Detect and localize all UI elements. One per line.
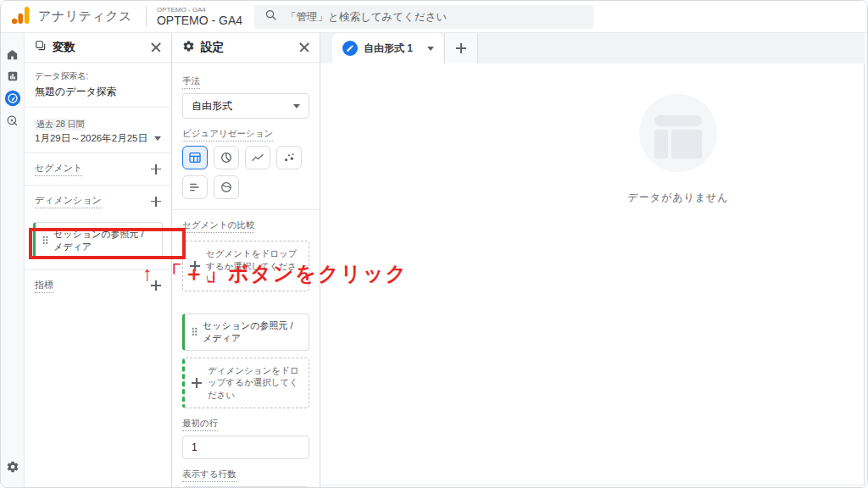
dimension-drop-zone[interactable]: ディメンションをドロップするか選択してください: [182, 358, 309, 408]
top-bar: アナリティクス OPTEMO - GA4 OPTEMO - GA4: [1, 1, 867, 33]
viz-scatter-button[interactable]: [276, 146, 302, 169]
canvas-tab-bar: 自由形式 1: [320, 33, 865, 64]
settings-close-icon[interactable]: [299, 42, 309, 53]
drag-handle-icon[interactable]: [192, 324, 198, 340]
drag-handle-icon[interactable]: [42, 233, 48, 248]
search-icon: [264, 8, 277, 25]
first-row-label: 最初の行: [182, 418, 218, 431]
date-range-section: 過去 28 日間 1月29日～2026年2月25日: [25, 108, 171, 153]
visualization-buttons: [182, 146, 311, 199]
add-dimension-icon[interactable]: [151, 197, 161, 207]
variables-icon: [35, 40, 47, 55]
nav-explore-icon-active[interactable]: [2, 87, 24, 109]
ga4-explore-screen: ↑ 「＋」ボタンをクリック アナリティクス OPTEMO - GA4 OPTEM…: [0, 0, 868, 488]
pencil-icon: [342, 41, 358, 56]
segment-comparison-label: セグメントの比較: [182, 219, 254, 233]
technique-caret-icon: [293, 104, 300, 108]
exploration-name-label: データ探索名:: [35, 70, 161, 82]
date-range-value: 1月29日～2026年2月25日: [35, 132, 147, 145]
settings-panel-header: 設定: [172, 33, 320, 63]
nav-advertising-icon[interactable]: [2, 109, 24, 131]
dimension-chip[interactable]: セッションの参照元 / メディア: [33, 222, 163, 259]
settings-panel-title: 設定: [201, 40, 293, 55]
rows-dimension-chip[interactable]: セッションの参照元 / メディア: [182, 313, 309, 351]
viz-bar-button[interactable]: [182, 175, 208, 199]
viz-table-button[interactable]: [182, 146, 208, 169]
variables-panel: 変数 データ探索名: 無題のデータ探索 過去 28 日間 1月29日～2026年…: [25, 33, 172, 488]
dimensions-label: ディメンション: [35, 194, 102, 208]
date-preset-label: 過去 28 日間: [35, 119, 86, 130]
search-input[interactable]: [286, 11, 583, 23]
add-metric-icon[interactable]: [151, 280, 161, 291]
dimension-drop-plus-icon: [192, 378, 202, 388]
segment-drop-text: セグメントをドロップするか選択してください: [206, 247, 302, 285]
nav-rail: [1, 33, 25, 488]
technique-value: 自由形式: [192, 99, 232, 114]
empty-state-message: データがありません: [627, 191, 728, 205]
viz-geo-button[interactable]: [214, 175, 239, 199]
variables-close-icon[interactable]: [151, 42, 161, 53]
segments-section-header: セグメント: [25, 153, 171, 186]
nav-admin-gear-icon[interactable]: [2, 456, 24, 478]
tab-settings-panel: 設定 手法 自由形式 ビジュアリゼーション: [172, 33, 320, 488]
analytics-logo-icon: [11, 6, 30, 28]
segment-drop-plus-icon: [190, 261, 200, 271]
tab-freeform-1-label: 自由形式 1: [364, 42, 413, 56]
variables-panel-header: 変数: [25, 33, 171, 63]
property-selector[interactable]: OPTEMO - GA4 OPTEMO - GA4: [146, 6, 242, 27]
search-bar[interactable]: [254, 5, 593, 29]
viz-donut-button[interactable]: [214, 146, 239, 169]
nav-reports-icon[interactable]: [2, 65, 24, 87]
property-account-label: OPTEMO - GA4: [157, 6, 242, 14]
exploration-name-value: 無題のデータ探索: [35, 85, 161, 99]
first-row-input[interactable]: [182, 435, 309, 459]
exploration-name-section[interactable]: データ探索名: 無題のデータ探索: [25, 63, 171, 108]
add-tab-plus-icon: [456, 43, 466, 53]
dimension-chip-label: セッションの参照元 / メディア: [53, 228, 155, 253]
exploration-canvas: 自由形式 1 データがありません: [320, 33, 867, 488]
segments-label: セグメント: [35, 162, 82, 176]
metrics-label: 指標: [35, 279, 53, 293]
nav-home-icon[interactable]: [2, 43, 24, 65]
dimension-drop-text: ディメンションをドロップするか選択してください: [208, 364, 302, 402]
settings-body: 手法 自由形式 ビジュアリゼーション: [172, 63, 320, 488]
dimensions-section-header: ディメンション: [25, 186, 171, 217]
metrics-section-header: 指標: [25, 270, 171, 302]
date-range-caret-icon: [154, 136, 161, 141]
empty-table-illustration-icon: [639, 94, 717, 172]
visualization-label: ビジュアリゼーション: [182, 128, 273, 141]
rows-dimension-chip-label: セッションの参照元 / メディア: [203, 319, 302, 345]
property-name: OPTEMO - GA4: [157, 14, 242, 27]
tab-caret-icon: [427, 47, 434, 51]
date-range-selector[interactable]: 1月29日～2026年2月25日: [35, 132, 161, 145]
brand-title: アナリティクス: [38, 8, 132, 25]
settings-divider: [172, 209, 320, 210]
technique-select[interactable]: 自由形式: [182, 93, 309, 119]
variables-panel-title: 変数: [53, 40, 145, 55]
settings-gear-icon: [182, 40, 195, 56]
segment-drop-zone[interactable]: セグメントをドロップするか選択してください: [182, 241, 309, 291]
add-tab-button[interactable]: [444, 33, 478, 64]
add-segment-icon[interactable]: [151, 164, 161, 175]
viz-line-button[interactable]: [245, 146, 270, 169]
technique-label: 手法: [182, 75, 200, 89]
main-area: 変数 データ探索名: 無題のデータ探索 過去 28 日間 1月29日～2026年…: [1, 33, 867, 488]
canvas-body: データがありません: [320, 64, 865, 485]
row-count-label: 表示する行数: [182, 469, 236, 482]
tab-freeform-1[interactable]: 自由形式 1: [332, 33, 444, 64]
dimensions-section: ディメンション セッションの参照元 / メディア: [25, 186, 171, 270]
empty-state: データがありません: [559, 94, 797, 205]
